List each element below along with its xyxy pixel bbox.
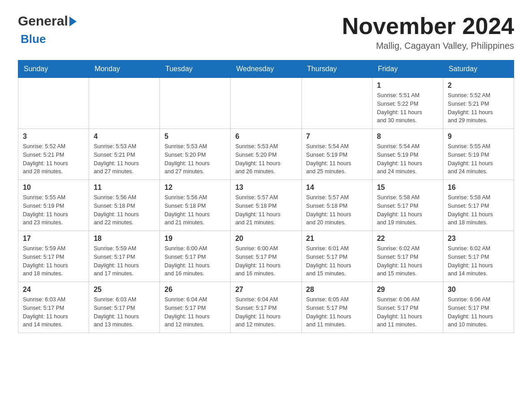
day-number: 25 [94, 286, 155, 294]
header-sunday: Sunday [18, 60, 89, 78]
day-number: 18 [94, 235, 155, 243]
calendar-cell: 22Sunrise: 6:02 AM Sunset: 5:17 PM Dayli… [372, 231, 443, 282]
day-info: Sunrise: 6:01 AM Sunset: 5:17 PM Dayligh… [306, 244, 368, 278]
day-number: 29 [377, 286, 438, 294]
day-info: Sunrise: 5:53 AM Sunset: 5:20 PM Dayligh… [164, 142, 226, 176]
day-number: 11 [94, 184, 155, 192]
day-number: 17 [23, 235, 84, 243]
day-number: 1 [377, 81, 438, 90]
day-number: 22 [377, 235, 438, 243]
day-info: Sunrise: 5:59 AM Sunset: 5:17 PM Dayligh… [23, 244, 84, 278]
day-info: Sunrise: 5:54 AM Sunset: 5:19 PM Dayligh… [377, 142, 438, 176]
day-number: 15 [377, 184, 438, 192]
day-info: Sunrise: 6:03 AM Sunset: 5:17 PM Dayligh… [94, 295, 155, 329]
day-number: 2 [448, 81, 509, 90]
calendar-cell [89, 78, 160, 129]
day-info: Sunrise: 5:55 AM Sunset: 5:19 PM Dayligh… [23, 193, 84, 227]
day-number: 20 [235, 235, 296, 243]
calendar-cell: 4Sunrise: 5:53 AM Sunset: 5:21 PM Daylig… [89, 129, 160, 180]
day-number: 23 [448, 235, 509, 243]
day-info: Sunrise: 5:58 AM Sunset: 5:17 PM Dayligh… [448, 193, 509, 227]
day-number: 8 [377, 133, 438, 141]
day-info: Sunrise: 5:55 AM Sunset: 5:19 PM Dayligh… [448, 142, 509, 176]
day-number: 28 [306, 286, 368, 294]
day-number: 19 [164, 235, 226, 243]
calendar-cell: 29Sunrise: 6:06 AM Sunset: 5:17 PM Dayli… [372, 282, 443, 333]
header-saturday: Saturday [443, 60, 514, 78]
calendar-cell: 1Sunrise: 5:51 AM Sunset: 5:22 PM Daylig… [372, 78, 443, 129]
day-number: 30 [448, 286, 509, 294]
header-tuesday: Tuesday [160, 60, 231, 78]
month-title: November 2024 [342, 13, 514, 39]
day-info: Sunrise: 6:04 AM Sunset: 5:17 PM Dayligh… [235, 295, 296, 329]
day-info: Sunrise: 5:58 AM Sunset: 5:17 PM Dayligh… [377, 193, 438, 227]
day-info: Sunrise: 6:02 AM Sunset: 5:17 PM Dayligh… [377, 244, 438, 278]
day-info: Sunrise: 5:56 AM Sunset: 5:18 PM Dayligh… [94, 193, 155, 227]
day-number: 24 [23, 286, 84, 294]
day-number: 7 [306, 133, 368, 141]
calendar-cell: 12Sunrise: 5:56 AM Sunset: 5:18 PM Dayli… [160, 180, 231, 231]
day-number: 9 [448, 133, 509, 141]
calendar-cell: 15Sunrise: 5:58 AM Sunset: 5:17 PM Dayli… [372, 180, 443, 231]
calendar-cell: 24Sunrise: 6:03 AM Sunset: 5:17 PM Dayli… [18, 282, 89, 333]
header-thursday: Thursday [301, 60, 372, 78]
calendar-cell: 17Sunrise: 5:59 AM Sunset: 5:17 PM Dayli… [18, 231, 89, 282]
logo-general-text: General [18, 13, 68, 29]
calendar-cell [18, 78, 89, 129]
calendar-cell: 30Sunrise: 6:06 AM Sunset: 5:17 PM Dayli… [443, 282, 514, 333]
calendar-cell: 28Sunrise: 6:05 AM Sunset: 5:17 PM Dayli… [301, 282, 372, 333]
calendar-cell: 3Sunrise: 5:52 AM Sunset: 5:21 PM Daylig… [18, 129, 89, 180]
day-number: 4 [94, 133, 155, 141]
day-info: Sunrise: 5:54 AM Sunset: 5:19 PM Dayligh… [306, 142, 368, 176]
day-number: 5 [164, 133, 226, 141]
day-info: Sunrise: 5:51 AM Sunset: 5:22 PM Dayligh… [377, 91, 438, 125]
day-number: 14 [306, 184, 368, 192]
day-number: 21 [306, 235, 368, 243]
week-row-1: 1Sunrise: 5:51 AM Sunset: 5:22 PM Daylig… [18, 78, 514, 129]
day-number: 16 [448, 184, 509, 192]
week-row-5: 24Sunrise: 6:03 AM Sunset: 5:17 PM Dayli… [18, 282, 514, 333]
day-info: Sunrise: 5:59 AM Sunset: 5:17 PM Dayligh… [94, 244, 155, 278]
day-info: Sunrise: 6:06 AM Sunset: 5:17 PM Dayligh… [377, 295, 438, 329]
day-info: Sunrise: 5:52 AM Sunset: 5:21 PM Dayligh… [448, 91, 509, 125]
day-number: 6 [235, 133, 296, 141]
calendar-cell: 20Sunrise: 6:00 AM Sunset: 5:17 PM Dayli… [231, 231, 301, 282]
day-info: Sunrise: 6:04 AM Sunset: 5:17 PM Dayligh… [164, 295, 226, 329]
calendar-cell: 16Sunrise: 5:58 AM Sunset: 5:17 PM Dayli… [443, 180, 514, 231]
header-wednesday: Wednesday [231, 60, 301, 78]
day-info: Sunrise: 5:53 AM Sunset: 5:21 PM Dayligh… [94, 142, 155, 176]
calendar-cell: 9Sunrise: 5:55 AM Sunset: 5:19 PM Daylig… [443, 129, 514, 180]
day-info: Sunrise: 6:00 AM Sunset: 5:17 PM Dayligh… [164, 244, 226, 278]
day-number: 27 [235, 286, 296, 294]
calendar-cell: 10Sunrise: 5:55 AM Sunset: 5:19 PM Dayli… [18, 180, 89, 231]
calendar-cell: 25Sunrise: 6:03 AM Sunset: 5:17 PM Dayli… [89, 282, 160, 333]
header-friday: Friday [372, 60, 443, 78]
calendar-cell: 14Sunrise: 5:57 AM Sunset: 5:18 PM Dayli… [301, 180, 372, 231]
day-info: Sunrise: 5:57 AM Sunset: 5:18 PM Dayligh… [306, 193, 368, 227]
week-row-4: 17Sunrise: 5:59 AM Sunset: 5:17 PM Dayli… [18, 231, 514, 282]
day-number: 26 [164, 286, 226, 294]
calendar-cell [160, 78, 231, 129]
location-title: Mallig, Cagayan Valley, Philippines [342, 41, 514, 51]
day-number: 13 [235, 184, 296, 192]
calendar-header-row: Sunday Monday Tuesday Wednesday Thursday… [18, 60, 514, 78]
logo: General Blue [18, 13, 77, 46]
day-info: Sunrise: 5:57 AM Sunset: 5:18 PM Dayligh… [235, 193, 296, 227]
day-number: 12 [164, 184, 226, 192]
day-info: Sunrise: 6:06 AM Sunset: 5:17 PM Dayligh… [448, 295, 509, 329]
day-number: 10 [23, 184, 84, 192]
calendar-cell: 21Sunrise: 6:01 AM Sunset: 5:17 PM Dayli… [301, 231, 372, 282]
calendar-table: Sunday Monday Tuesday Wednesday Thursday… [18, 60, 514, 333]
calendar-cell: 26Sunrise: 6:04 AM Sunset: 5:17 PM Dayli… [160, 282, 231, 333]
calendar-cell: 5Sunrise: 5:53 AM Sunset: 5:20 PM Daylig… [160, 129, 231, 180]
logo-arrow-icon [69, 17, 77, 26]
calendar-cell: 6Sunrise: 5:53 AM Sunset: 5:20 PM Daylig… [231, 129, 301, 180]
calendar-cell: 7Sunrise: 5:54 AM Sunset: 5:19 PM Daylig… [301, 129, 372, 180]
calendar-cell: 13Sunrise: 5:57 AM Sunset: 5:18 PM Dayli… [231, 180, 301, 231]
day-number: 3 [23, 133, 84, 141]
day-info: Sunrise: 5:52 AM Sunset: 5:21 PM Dayligh… [23, 142, 84, 176]
calendar-cell [301, 78, 372, 129]
week-row-2: 3Sunrise: 5:52 AM Sunset: 5:21 PM Daylig… [18, 129, 514, 180]
day-info: Sunrise: 5:53 AM Sunset: 5:20 PM Dayligh… [235, 142, 296, 176]
logo-blue-text: Blue [21, 32, 46, 46]
